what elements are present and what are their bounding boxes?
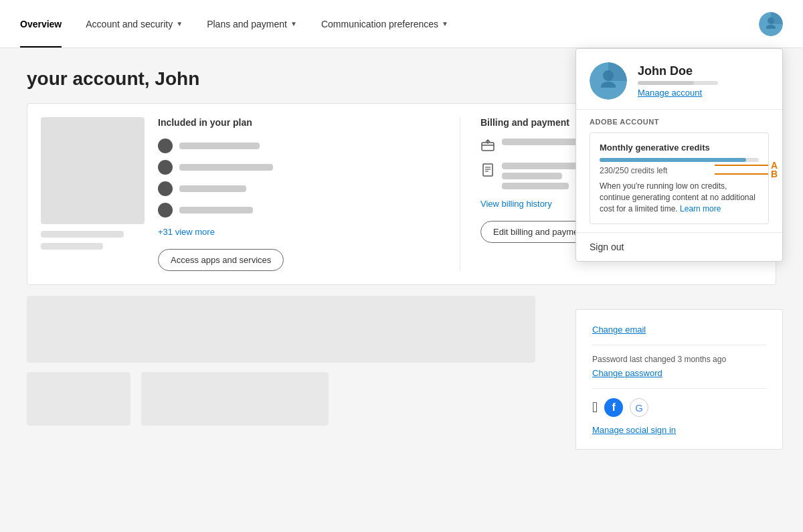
sign-out-section: Sign out [576, 232, 782, 261]
bottom-grey-row [27, 372, 535, 426]
divider [592, 345, 766, 345]
chevron-down-icon: ▼ [442, 20, 448, 27]
top-navigation: Overview Account and security ▼ Plans an… [0, 0, 803, 48]
social-icons-group:  f G [592, 398, 766, 417]
billing-line [502, 163, 582, 169]
bottom-grey-small-1 [27, 372, 130, 426]
plan-dot [158, 181, 173, 196]
adobe-account-section: ADOBE ACCOUNT Monthly generative credits… [576, 110, 782, 232]
bottom-grey-small-2 [141, 372, 329, 426]
user-progress-bar [638, 81, 718, 85]
chevron-down-icon: ▼ [176, 20, 183, 27]
view-more-link[interactable]: +31 view more [158, 227, 440, 237]
billing-lines [502, 163, 582, 189]
plan-item [158, 139, 440, 153]
bottom-grey-section-1 [27, 296, 535, 363]
nav-item-communication[interactable]: Communication preferences ▼ [309, 0, 460, 48]
nav-item-account-security[interactable]: Account and security ▼ [74, 0, 195, 48]
plan-dot [158, 139, 173, 153]
plan-item [158, 203, 440, 217]
annotation-line-b-group: B [715, 169, 778, 179]
plan-item [158, 160, 440, 175]
placeholder-image [41, 117, 145, 224]
placeholder-bar [41, 243, 103, 250]
credits-count-wrapper: 230/250 credits left B [600, 166, 759, 175]
account-dropdown: John Doe Manage account ADOBE ACCOUNT Mo… [575, 48, 783, 262]
plan-dot [158, 203, 173, 217]
plan-items-list [158, 139, 440, 217]
manage-social-link[interactable]: Manage social sign in [592, 425, 676, 435]
credits-title: Monthly generative credits [600, 143, 759, 153]
nav-label-account-security: Account and security [86, 19, 173, 29]
plan-bar [179, 207, 253, 213]
left-placeholder [41, 117, 145, 271]
nav-item-overview[interactable]: Overview [20, 0, 74, 48]
nav-label-plans-payment: Plans and payment [207, 19, 287, 29]
plan-bar [179, 143, 260, 149]
credits-card: Monthly generative credits A 230/250 cre… [590, 132, 769, 224]
placeholder-bar [41, 231, 124, 238]
credits-bar-wrapper: A [600, 158, 759, 162]
plan-bar [179, 185, 246, 192]
dropdown-header: John Doe Manage account [576, 49, 782, 110]
account-security-panel: Change email Password last changed 3 mon… [575, 309, 783, 450]
plan-item [158, 181, 440, 196]
annotation-line-b [715, 173, 768, 175]
dropdown-user-name: John Doe [638, 64, 718, 78]
progress-bar-fill [638, 81, 694, 85]
manage-account-link[interactable]: Manage account [638, 88, 718, 98]
nav-item-plans-payment[interactable]: Plans and payment ▼ [195, 0, 309, 48]
change-password-link[interactable]: Change password [592, 368, 662, 378]
password-text: Password last changed 3 months ago [592, 355, 766, 364]
nav-label-overview: Overview [20, 19, 62, 29]
billing-icon [480, 139, 495, 153]
plan-bar [179, 164, 273, 171]
billing-line [502, 183, 569, 189]
facebook-icon: f [604, 398, 623, 417]
plan-dot [158, 160, 173, 175]
divider [592, 388, 766, 389]
avatar[interactable] [759, 12, 783, 36]
google-icon: G [630, 398, 648, 417]
dropdown-avatar[interactable] [590, 62, 627, 100]
chevron-down-icon: ▼ [290, 20, 297, 27]
account-security-content: Change email Password last changed 3 mon… [576, 310, 782, 449]
plan-section: Included in your plan [158, 117, 460, 271]
access-apps-button[interactable]: Access apps and services [158, 249, 284, 271]
annotation-b-label: B [771, 169, 778, 179]
learn-more-link[interactable]: Learn more [680, 204, 721, 213]
change-email-link[interactable]: Change email [592, 325, 646, 335]
nav-label-communication: Communication preferences [321, 19, 438, 29]
sign-out-button[interactable]: Sign out [590, 242, 624, 252]
billing-line [502, 173, 562, 179]
credits-description: When you're running low on credits, cont… [600, 181, 759, 214]
apple-icon:  [592, 399, 598, 416]
plan-section-title: Included in your plan [158, 117, 440, 128]
adobe-account-label: ADOBE ACCOUNT [590, 118, 769, 126]
billing-icon [480, 163, 495, 177]
svg-rect-4 [483, 164, 493, 176]
dropdown-user-info: John Doe Manage account [638, 64, 718, 98]
